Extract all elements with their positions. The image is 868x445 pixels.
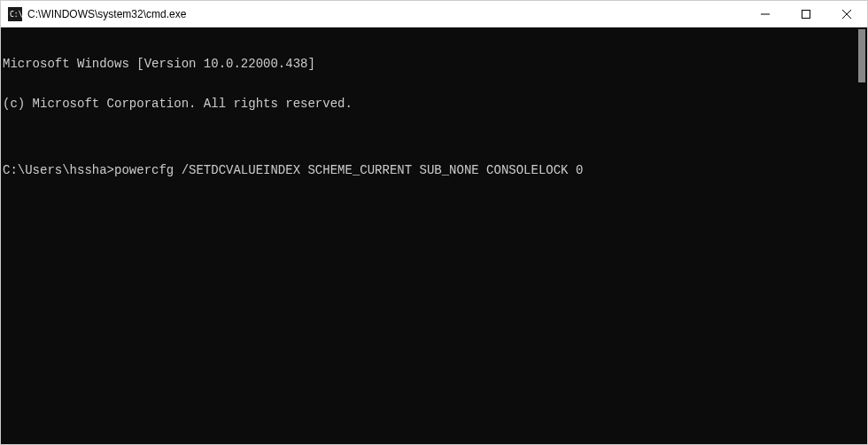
- maximize-button[interactable]: [786, 1, 826, 27]
- window-title: C:\WINDOWS\system32\cmd.exe: [27, 8, 745, 20]
- terminal-area[interactable]: Microsoft Windows [Version 10.0.22000.43…: [1, 27, 867, 444]
- terminal-line-copyright: (c) Microsoft Corporation. All rights re…: [3, 98, 855, 111]
- terminal-content[interactable]: Microsoft Windows [Version 10.0.22000.43…: [1, 27, 856, 444]
- titlebar[interactable]: C:\ C:\WINDOWS\system32\cmd.exe: [1, 1, 867, 27]
- terminal-line-version: Microsoft Windows [Version 10.0.22000.43…: [3, 58, 855, 71]
- cmd-window: C:\ C:\WINDOWS\system32\cmd.exe Microsof…: [0, 0, 868, 445]
- scrollbar-thumb[interactable]: [858, 29, 865, 82]
- terminal-prompt-line: C:\Users\hssha>powercfg /SETDCVALUEINDEX…: [3, 164, 855, 177]
- scrollbar[interactable]: [856, 27, 867, 444]
- svg-rect-3: [802, 10, 810, 18]
- terminal-command: powercfg /SETDCVALUEINDEX SCHEME_CURRENT…: [114, 164, 583, 177]
- terminal-prompt: C:\Users\hssha>: [3, 164, 114, 177]
- svg-text:C:\: C:\: [10, 11, 22, 19]
- close-button[interactable]: [826, 1, 867, 27]
- cmd-icon: C:\: [8, 7, 22, 21]
- minimize-button[interactable]: [745, 1, 786, 27]
- window-controls: [745, 1, 867, 27]
